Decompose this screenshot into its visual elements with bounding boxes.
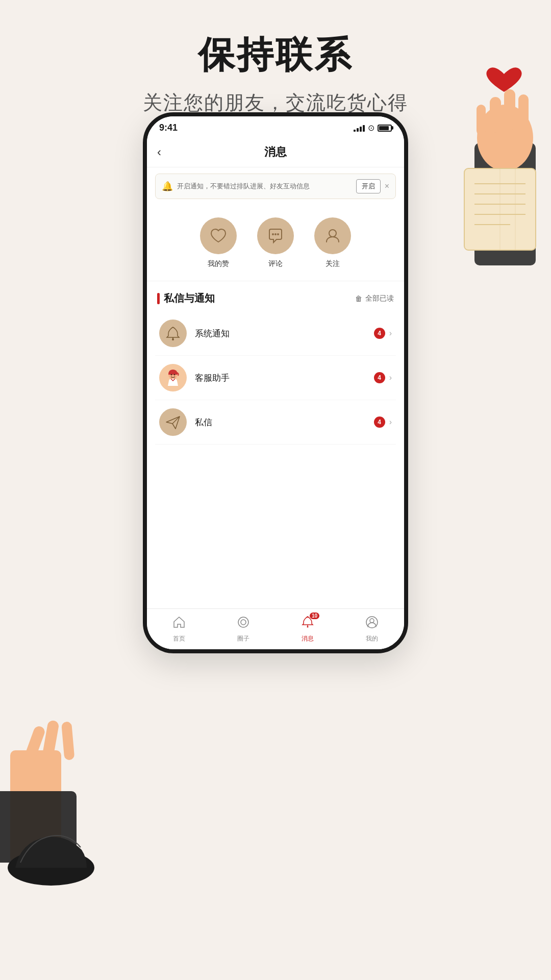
- private-message-content: 私信: [195, 416, 374, 428]
- private-message-avatar: [159, 408, 187, 436]
- back-button[interactable]: ‹: [157, 145, 178, 159]
- follow-label: 关注: [325, 259, 340, 268]
- signal-icon: [354, 125, 365, 132]
- private-message-badge: 4: [374, 416, 385, 428]
- divider: [147, 281, 404, 281]
- notif-enable-button[interactable]: 开启: [356, 179, 381, 193]
- my-likes-item[interactable]: 我的赞: [200, 217, 237, 268]
- tab-circle[interactable]: 圈子: [211, 616, 276, 643]
- customer-service-name: 客服助手: [195, 373, 230, 383]
- phone-mockup: 9:41 ⊙ ‹ 消息 🔔 开启通知，不要错过排队进展、好友: [143, 112, 408, 653]
- svg-point-28: [174, 374, 176, 376]
- bell-icon: 🔔: [162, 181, 173, 192]
- wifi-icon: ⊙: [368, 123, 374, 133]
- customer-service-right: 4 ›: [374, 372, 392, 383]
- svg-point-31: [241, 620, 246, 625]
- follow-item[interactable]: 关注: [314, 217, 351, 268]
- tab-messages[interactable]: 10 消息: [276, 616, 340, 643]
- mark-all-read-label: 全部已读: [365, 294, 394, 303]
- mark-all-read-button[interactable]: 🗑 全部已读: [355, 294, 394, 303]
- deco-notebook: [459, 163, 541, 255]
- svg-rect-17: [61, 721, 74, 760]
- notif-close-button[interactable]: ×: [385, 182, 389, 191]
- my-likes-icon: [200, 217, 237, 254]
- private-message-item[interactable]: 私信 4 ›: [155, 400, 396, 445]
- section-title-text: 私信与通知: [164, 291, 215, 305]
- system-notification-chevron: ›: [389, 329, 392, 338]
- comments-item[interactable]: 评论: [257, 217, 294, 268]
- system-notification-item[interactable]: 系统通知 4 ›: [155, 311, 396, 356]
- svg-point-20: [272, 233, 274, 235]
- comments-label: 评论: [268, 259, 283, 268]
- private-message-chevron: ›: [389, 418, 392, 427]
- status-icons: ⊙: [354, 123, 392, 133]
- follow-icon: [314, 217, 351, 254]
- deco-shoe: [5, 817, 97, 888]
- svg-point-22: [277, 233, 279, 235]
- customer-service-chevron: ›: [389, 373, 392, 382]
- system-notification-content: 系统通知: [195, 328, 374, 339]
- title-bar-accent: [157, 293, 160, 304]
- section-title: 私信与通知: [157, 291, 215, 305]
- svg-point-33: [307, 626, 309, 627]
- customer-service-content: 客服助手: [195, 372, 374, 384]
- tab-circle-label: 圈子: [237, 634, 249, 643]
- svg-point-21: [274, 233, 277, 235]
- home-icon: [172, 616, 186, 632]
- battery-icon: [378, 125, 392, 132]
- customer-service-avatar: [159, 364, 187, 391]
- tab-profile[interactable]: 我的: [340, 616, 404, 643]
- notification-banner: 🔔 开启通知，不要错过排队进展、好友互动信息 开启 ×: [155, 174, 396, 199]
- system-notification-right: 4 ›: [374, 328, 392, 339]
- nav-bar: ‹ 消息: [147, 137, 404, 167]
- svg-point-23: [329, 230, 336, 237]
- private-message-name: 私信: [195, 418, 212, 427]
- status-bar: 9:41 ⊙: [147, 116, 404, 137]
- system-notification-name: 系统通知: [195, 329, 230, 338]
- messages-icon: 10: [301, 616, 314, 632]
- profile-icon: [365, 616, 379, 632]
- message-list: 系统通知 4 ›: [147, 311, 404, 445]
- system-notification-avatar: [159, 320, 187, 347]
- phone-screen: 9:41 ⊙ ‹ 消息 🔔 开启通知，不要错过排队进展、好友: [143, 112, 408, 653]
- system-notification-badge: 4: [374, 328, 385, 339]
- section-header: 私信与通知 🗑 全部已读: [147, 283, 404, 311]
- customer-service-badge: 4: [374, 372, 385, 383]
- tab-bar: 首页 圈子 10: [147, 608, 404, 649]
- circle-icon: [237, 616, 250, 632]
- page-title: 保持联系: [0, 31, 551, 80]
- comments-icon: [257, 217, 294, 254]
- private-message-right: 4 ›: [374, 416, 392, 428]
- tab-messages-label: 消息: [302, 634, 314, 643]
- svg-point-35: [370, 619, 374, 623]
- status-time: 9:41: [159, 122, 178, 133]
- tab-profile-label: 我的: [366, 634, 378, 643]
- svg-point-25: [172, 338, 174, 340]
- svg-point-27: [171, 374, 172, 376]
- trash-icon: 🗑: [355, 295, 362, 303]
- tab-home[interactable]: 首页: [147, 616, 211, 643]
- svg-point-30: [238, 617, 248, 627]
- my-likes-label: 我的赞: [208, 259, 229, 268]
- notif-text: 开启通知，不要错过排队进展、好友互动信息: [177, 182, 352, 191]
- page-header: 保持联系 关注您的朋友，交流吃货心得: [0, 0, 551, 116]
- messages-tab-badge: 10: [310, 612, 319, 619]
- tab-home-label: 首页: [173, 634, 185, 643]
- nav-title: 消息: [178, 144, 373, 160]
- icon-grid: 我的赞 评论: [147, 205, 404, 279]
- customer-service-item[interactable]: 客服助手 4 ›: [155, 356, 396, 400]
